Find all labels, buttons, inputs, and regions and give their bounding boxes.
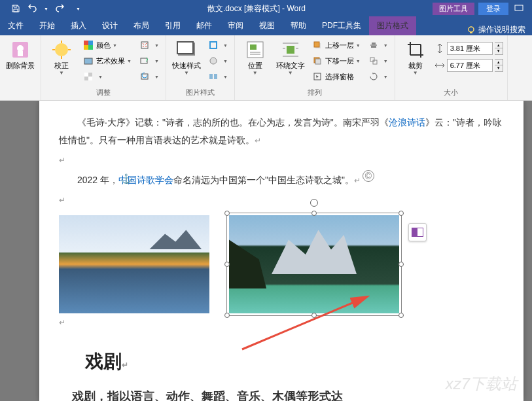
corrections-button[interactable]: 校正 ▼ [45,38,78,77]
crop-icon [405,39,426,60]
heading-drama[interactable]: 戏剧↵ [85,344,504,379]
svg-rect-45 [370,58,374,61]
adjust-group-label: 调整 [45,86,162,97]
object-anchor-icon[interactable]: ⚓ [120,170,132,188]
text-run: 命名清远为中国第一个"中国生态诗歌之城"。 [173,175,354,185]
crop-label: 裁剪 [408,61,423,70]
svg-rect-11 [84,41,88,45]
svg-rect-29 [250,44,257,50]
change-picture-button[interactable]: ▼ [137,54,162,68]
tab-layout[interactable]: 布局 [126,16,157,35]
send-backward-button[interactable]: 下移一层▼ [310,54,363,68]
group-arrange: 位置 ▼ 环绕文字 ▼ 上移一层▼ 下移一层▼ [235,35,395,100]
color-button[interactable]: 颜色▼ [80,38,134,52]
tab-mailings[interactable]: 邮件 [188,16,220,35]
rotate-button[interactable]: ▼ [366,69,391,84]
ribbon-tabs: 文件 开始 插入 设计 布局 引用 邮件 审阅 视图 帮助 PDF工具集 图片格… [0,17,532,35]
svg-rect-23 [177,42,193,54]
svg-rect-40 [315,59,321,64]
tab-help[interactable]: 帮助 [283,16,314,35]
resize-handle-tr[interactable] [399,211,404,216]
save-button[interactable] [10,3,22,14]
styles-group-label: 图片样式 [170,86,230,97]
svg-rect-27 [214,74,217,79]
layout-options-button[interactable] [408,223,427,241]
compress-pictures-button[interactable]: ▼ [137,38,162,52]
chevron-down-icon: ▼ [184,70,189,76]
tab-review[interactable]: 审阅 [220,16,251,35]
arrange-group-label: 排列 [239,86,391,97]
tab-picture-format[interactable]: 图片格式 [369,16,416,35]
effects-icon [208,56,219,66]
tab-insert[interactable]: 插入 [63,16,94,35]
mountain-valley-image [229,215,399,313]
tell-me-search[interactable]: 操作说明搜索 [460,24,532,35]
group-size: 裁剪 ▼ 3.81 厘米 ▲▼ 6.77 厘米 ▲▼ 大小 [395,35,508,100]
height-input[interactable]: 3.81 厘米 [447,42,493,55]
reset-picture-button[interactable]: ▼ [137,69,162,84]
tab-design[interactable]: 设计 [94,16,126,35]
document-image-1[interactable] [59,215,209,313]
remove-background-button[interactable]: 删除背景 [4,38,37,71]
paragraph[interactable]: 《毛诗·大序》记载："诗者，志的所的也。在心为志，发言为诗"。南宋严羽《沧浪诗话… [59,114,504,148]
svg-rect-5 [18,51,23,56]
wrap-icon [280,39,301,60]
group-button[interactable]: ▼ [366,54,391,68]
paragraph-mark: ↵ [354,176,361,185]
ribbon-display-options[interactable] [512,4,525,13]
redo-button[interactable] [54,3,65,14]
picture-layout-button[interactable]: ▼ [205,69,230,84]
hyperlink-canglang[interactable]: 沧浪诗话 [389,117,425,128]
width-input[interactable]: 6.77 厘米 [447,59,493,72]
login-button[interactable]: 登录 [478,3,508,15]
undo-button[interactable] [27,3,39,14]
svg-rect-46 [373,60,377,64]
document-image-2-selected[interactable] [229,215,399,313]
svg-rect-19 [141,42,148,48]
svg-rect-38 [314,42,319,47]
tab-file[interactable]: 文件 [0,16,31,35]
bring-forward-icon [312,40,323,50]
document-area[interactable]: 《毛诗·大序》记载："诗者，志的所的也。在心为志，发言为诗"。南宋严羽《沧浪诗话… [0,101,532,401]
body-paragraph[interactable]: 戏剧，指以语言、动作、舞蹈、音乐、木偶等形式达 [59,385,504,401]
send-backward-icon [312,56,323,66]
selection-pane-icon [312,71,323,82]
crop-button[interactable]: 裁剪 ▼ [399,38,432,77]
layout-icon [208,71,219,82]
width-spinner[interactable]: ▲▼ [495,59,503,72]
paragraph-mark: ↵ [255,136,261,145]
svg-rect-43 [372,43,376,44]
picture-border-button[interactable]: ▼ [205,38,230,52]
wrap-text-button[interactable]: 环绕文字 ▼ [274,38,307,77]
tab-home[interactable]: 开始 [31,16,63,35]
tab-view[interactable]: 视图 [251,16,283,35]
artistic-effects-button[interactable]: 艺术效果▼ [80,54,134,68]
corrections-label: 校正 [54,61,69,70]
ribbon: 删除背景 校正 ▼ 颜色▼ 艺术效果▼ [0,35,532,101]
empty-paragraph[interactable]: ↵ [59,313,504,331]
heading-text: 戏剧 [85,351,122,372]
picture-effects-button[interactable]: ▼ [205,54,230,68]
quick-styles-icon [176,39,197,60]
tell-me-label: 操作说明搜索 [478,24,525,35]
quick-styles-button[interactable]: 快速样式 ▼ [170,38,203,77]
bring-forward-button[interactable]: 上移一层▼ [310,38,363,52]
layout-options-icon [412,228,423,237]
svg-rect-0 [515,5,523,10]
empty-paragraph[interactable]: ↵ [59,191,504,209]
resize-handle-mr[interactable] [399,262,404,267]
transparency-button[interactable]: ▼ [80,69,134,84]
undo-dropdown[interactable]: ▼ [44,7,48,11]
align-button[interactable]: ▼ [366,38,391,52]
empty-paragraph[interactable]: ↵ [59,151,504,169]
position-button[interactable]: 位置 ▼ [239,38,272,77]
svg-point-25 [210,58,217,64]
height-spinner[interactable]: ▲▼ [495,42,503,55]
tab-pdftools[interactable]: PDF工具集 [314,16,369,35]
qat-customize[interactable]: ▼ [76,7,80,11]
remove-background-icon [10,39,31,60]
window-title: 散文.docx [兼容模式] - Word [80,3,433,14]
selection-pane-button[interactable]: 选择窗格 [310,69,363,84]
chevron-down-icon: ▼ [253,70,258,76]
tab-references[interactable]: 引用 [157,16,188,35]
